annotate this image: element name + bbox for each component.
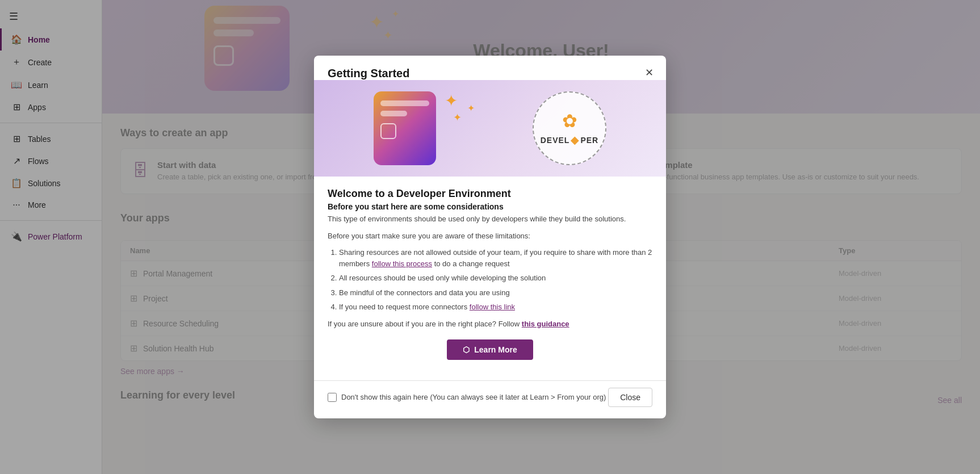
modal-welcome-title: Welcome to a Developer Environment bbox=[328, 188, 652, 200]
modal-guidance: If you are unsure about if you are in th… bbox=[328, 320, 652, 328]
modal-description2: Before you start make sure you are aware… bbox=[328, 230, 652, 242]
learn-more-button[interactable]: ⬡ Learn More bbox=[447, 339, 533, 360]
list-item: All resources should be used only while … bbox=[339, 272, 652, 284]
this-guidance-link[interactable]: this guidance bbox=[522, 320, 569, 328]
modal-overlay: Getting Started ✕ ✦ ✦ ✦ ✿ DEVEL◆PER bbox=[0, 0, 980, 474]
follow-process-link[interactable]: follow this process bbox=[372, 259, 432, 268]
star-icon-3: ✦ bbox=[453, 111, 462, 124]
developer-badge-text: DEVEL◆PER bbox=[541, 134, 598, 146]
dont-show-checkbox[interactable] bbox=[328, 393, 337, 402]
follow-link[interactable]: follow this link bbox=[470, 303, 515, 311]
modal-close-button[interactable]: ✕ bbox=[641, 65, 657, 81]
dont-show-checkbox-label[interactable]: Don't show this again here (You can alwa… bbox=[328, 393, 606, 402]
modal-description: This type of environments should be used… bbox=[328, 213, 652, 225]
modal-title: Getting Started bbox=[328, 67, 409, 80]
modal-phone-graphic bbox=[374, 91, 436, 165]
modal-footer: Don't show this again here (You can alwa… bbox=[314, 380, 666, 418]
modal-hero-image: ✦ ✦ ✦ ✿ DEVEL◆PER bbox=[314, 80, 666, 177]
star-icon-2: ✦ bbox=[467, 103, 475, 114]
modal-body: Welcome to a Developer Environment Befor… bbox=[314, 177, 666, 380]
modal-actions: ⬡ Learn More bbox=[328, 339, 652, 360]
list-item: Be mindful of the connectors and data yo… bbox=[339, 287, 652, 299]
learn-more-icon: ⬡ bbox=[463, 345, 470, 354]
developer-badge: ✿ DEVEL◆PER bbox=[533, 91, 606, 165]
modal-considerations-list: Sharing resources are not allowed outsid… bbox=[328, 247, 652, 313]
close-icon: ✕ bbox=[645, 66, 654, 79]
list-item: If you need to request more connectors f… bbox=[339, 301, 652, 313]
list-item: Sharing resources are not allowed outsid… bbox=[339, 247, 652, 269]
getting-started-modal: Getting Started ✕ ✦ ✦ ✦ ✿ DEVEL◆PER bbox=[314, 56, 666, 418]
star-icon-1: ✦ bbox=[445, 91, 458, 110]
developer-badge-icon: ✿ bbox=[562, 110, 577, 132]
modal-subtitle: Before you start here are some considera… bbox=[328, 202, 652, 211]
close-button[interactable]: Close bbox=[608, 388, 652, 407]
